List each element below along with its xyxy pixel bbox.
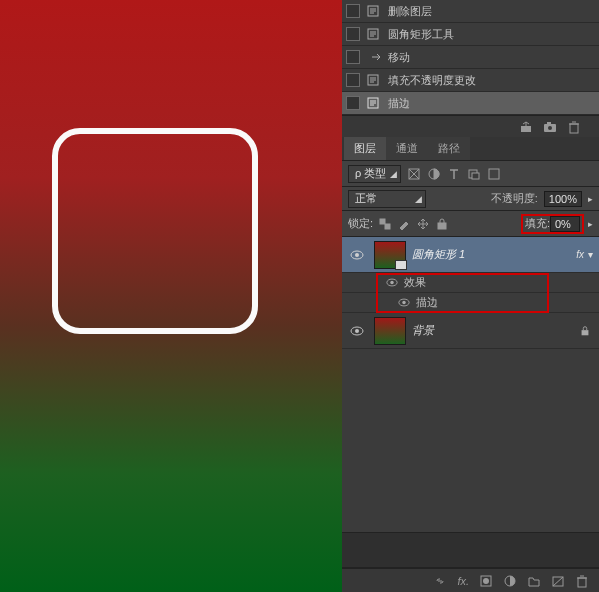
chevron-down-icon[interactable]: ▸ [588,194,593,204]
opacity-value[interactable]: 100% [544,191,582,207]
new-layer-icon[interactable] [551,574,565,588]
right-panel: 删除图层 圆角矩形工具 移动 填充不透明度更改 描边 图层 通道 路 [342,0,599,592]
trash-icon[interactable] [567,120,581,134]
blend-mode-dropdown[interactable]: 正常 ◢ [348,190,426,208]
layer-thumb[interactable] [374,317,406,345]
move-arrow-icon [370,50,382,64]
svg-rect-13 [489,169,499,179]
layers-list: 圆角矩形 1 fx ▾ 效果 描边 背景 [342,237,599,532]
fx-stroke-row[interactable]: 描边 [342,293,599,313]
fill-value[interactable]: 0% [550,216,580,232]
rounded-rect-shape [52,128,258,334]
history-check[interactable] [346,4,360,18]
adjustment-icon[interactable] [503,574,517,588]
layer-background[interactable]: 背景 [342,313,599,349]
history-item[interactable]: 删除图层 [342,0,599,23]
layer-filter-bar: ρ 类型 ◢ [342,161,599,187]
doc-icon [366,27,382,41]
chevron-down-icon: ◢ [415,194,422,204]
history-check[interactable] [346,27,360,41]
fx-effects-row[interactable]: 效果 [342,273,599,293]
svg-point-20 [390,281,393,284]
layer-name[interactable]: 圆角矩形 1 [412,247,576,262]
fx-indicator[interactable]: fx [576,249,584,260]
trash-icon[interactable] [575,574,589,588]
blend-mode-label: 正常 [355,191,377,206]
tab-paths[interactable]: 路径 [428,137,470,160]
svg-point-18 [355,253,359,257]
tab-layers[interactable]: 图层 [344,137,386,160]
fill-highlight: 填充: 0% [521,214,584,234]
link-icon[interactable] [433,574,447,588]
lock-move-icon[interactable] [415,216,430,231]
filter-adjust-icon[interactable] [426,166,441,181]
layer-shape[interactable]: 圆角矩形 1 fx ▾ [342,237,599,273]
svg-rect-14 [380,219,385,224]
lock-paint-icon[interactable] [396,216,411,231]
svg-rect-16 [438,223,446,229]
history-item[interactable]: 描边 [342,92,599,115]
camera-icon[interactable] [543,120,557,134]
svg-rect-12 [472,173,479,179]
blend-opacity-row: 正常 ◢ 不透明度: 100% ▸ [342,187,599,211]
layer-name[interactable]: 背景 [412,323,579,338]
panel-tabs: 图层 通道 路径 [342,137,599,161]
lock-transparent-icon[interactable] [377,216,392,231]
svg-rect-25 [582,330,589,335]
history-item[interactable]: 填充不透明度更改 [342,69,599,92]
history-check[interactable] [346,73,360,87]
dropdown-label: ρ 类型 [355,166,386,181]
history-label: 移动 [388,50,410,65]
visibility-toggle[interactable] [346,326,368,336]
step-icon[interactable] [519,120,533,134]
svg-rect-8 [570,124,578,133]
visibility-toggle[interactable] [346,250,368,260]
chevron-down-icon[interactable]: ▸ [588,219,593,229]
svg-rect-15 [385,224,390,229]
doc-icon [366,73,382,87]
mask-icon[interactable] [479,574,493,588]
filter-type-dropdown[interactable]: ρ 类型 ◢ [348,165,401,183]
history-check[interactable] [346,50,360,64]
stroke-label: 描边 [416,295,438,310]
history-item[interactable]: 移动 [342,46,599,69]
tab-channels[interactable]: 通道 [386,137,428,160]
filter-pixel-icon[interactable] [406,166,421,181]
history-label: 填充不透明度更改 [388,73,476,88]
doc-icon [366,96,382,110]
history-panel: 删除图层 圆角矩形工具 移动 填充不透明度更改 描边 [342,0,599,115]
svg-rect-30 [578,578,586,587]
filter-type-icon[interactable] [446,166,461,181]
filter-shape-icon[interactable] [466,166,481,181]
history-check[interactable] [346,96,360,110]
history-label: 删除图层 [388,4,432,19]
svg-rect-4 [521,126,531,132]
doc-icon [366,4,382,18]
history-label: 圆角矩形工具 [388,27,454,42]
visibility-toggle[interactable] [386,278,398,287]
lock-icon [579,325,591,337]
canvas-area [0,0,342,592]
effects-label: 效果 [404,275,426,290]
svg-point-27 [483,578,489,584]
panel-spacer [342,532,599,568]
fx-group: 效果 描边 [342,273,599,313]
svg-rect-7 [547,122,551,124]
visibility-toggle[interactable] [398,298,410,307]
history-buttons [342,115,599,137]
svg-point-24 [355,329,359,333]
group-icon[interactable] [527,574,541,588]
fill-label: 填充: [525,216,550,231]
svg-point-6 [548,126,552,130]
chevron-down-icon[interactable]: ▾ [588,249,593,260]
lock-label: 锁定: [348,216,373,231]
layer-thumb[interactable] [374,241,406,269]
history-label: 描边 [388,96,410,111]
lock-all-icon[interactable] [434,216,449,231]
chevron-down-icon: ◢ [390,169,397,179]
history-item[interactable]: 圆角矩形工具 [342,23,599,46]
opacity-label: 不透明度: [491,191,538,206]
fx-button[interactable]: fx. [457,575,469,587]
lock-fill-row: 锁定: 填充: 0% ▸ [342,211,599,237]
filter-smart-icon[interactable] [486,166,501,181]
